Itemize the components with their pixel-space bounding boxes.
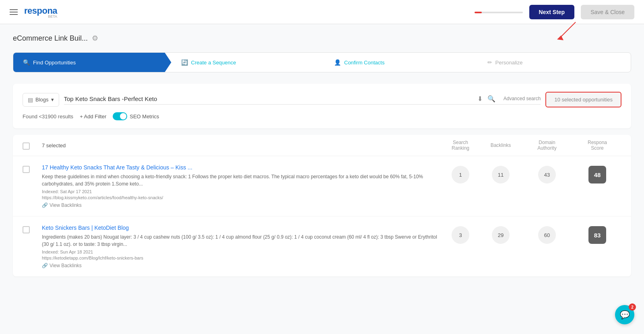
col-respona-score: ResponaScore [573, 140, 621, 151]
step-find-opportunities[interactable]: 🔍 Find Opportunities [13, 53, 171, 72]
chat-icon: 💬 [620, 310, 630, 320]
row1-checkbox[interactable] [23, 166, 30, 173]
header-right: Next Step Save & Close [475, 5, 634, 19]
row2-title[interactable]: Keto Snickers Bars | KetoDiet Blog [42, 225, 440, 231]
search-row: ▤ Blogs ▾ ⬇ 🔍 Advanced search 10 selecte… [23, 92, 621, 107]
row2-backlinks-bubble: 29 [492, 226, 510, 244]
hamburger-menu[interactable] [10, 9, 18, 15]
logo: respona BETA [24, 6, 57, 19]
project-title: eCommerce Link Buil... [13, 34, 88, 43]
seo-metrics-toggle-wrap: SEO Metrics [113, 112, 159, 120]
search-input-wrap: ⬇ 🔍 Advanced search [64, 95, 541, 105]
find-icon: 🔍 [23, 59, 30, 66]
sequence-icon: 🔄 [181, 59, 188, 66]
project-title-row: eCommerce Link Buil... ⚙ [13, 34, 631, 43]
step-personalize[interactable]: ✏ Personalize [478, 53, 631, 72]
row1-view-backlinks[interactable]: 🔗 View Backlinks [42, 202, 440, 208]
contacts-icon: 👤 [334, 59, 341, 66]
row1-score-badge: 48 [588, 166, 606, 183]
personalize-icon: ✏ [487, 59, 492, 66]
results-area: 7 selected SearchRanking Backlinks Domai… [13, 135, 631, 276]
col-backlinks: Backlinks [481, 142, 521, 148]
row1-description: Keep these guidelines in mind when choos… [42, 173, 440, 188]
logo-text: respona [24, 6, 57, 16]
row1-url: https://blog.kissmyketo.com/articles/foo… [42, 195, 440, 200]
col-domain-authority: DomainAuthority [521, 140, 573, 151]
row2-checkbox[interactable] [23, 226, 30, 233]
row1-da-bubble: 43 [538, 166, 556, 183]
row1-indexed: Indexed: Sat Apr 17 2021 [42, 189, 440, 194]
row2-url: https://ketodietapp.com/Blog/lchf/keto-s… [42, 256, 440, 260]
chat-bubble[interactable]: 💬 2 [615, 305, 634, 324]
filter-row: Found <31900 results + Add Filter SEO Me… [23, 112, 621, 120]
row1-title[interactable]: 17 Healthy Keto Snacks That Are Tasty & … [42, 164, 440, 171]
next-step-button[interactable]: Next Step [529, 5, 575, 19]
row2-view-backlinks[interactable]: 🔗 View Backlinks [42, 263, 440, 268]
chevron-down-icon: ▾ [51, 97, 54, 103]
row1-domain-authority: 43 [521, 164, 573, 183]
seo-metrics-toggle[interactable] [113, 112, 127, 120]
row1-backlinks-bubble: 11 [492, 166, 510, 183]
header-checkbox-cell [23, 141, 42, 150]
row2-score-badge: 83 [588, 226, 606, 244]
row1-ranking-bubble: 1 [452, 166, 469, 183]
toggle-thumb [120, 113, 126, 120]
step-confirm-contacts[interactable]: 👤 Confirm Contacts [324, 53, 478, 72]
col-search-ranking: SearchRanking [440, 140, 481, 151]
header: respona BETA Next Step Save & Close [0, 0, 644, 24]
step-find-label: Find Opportunities [33, 60, 76, 66]
select-all-checkbox[interactable] [23, 142, 30, 150]
results-count: Found <31900 results [23, 113, 73, 120]
row2-da-bubble: 60 [538, 226, 556, 244]
selected-count: 7 selected [42, 142, 440, 148]
step-sequence-label: Create a Sequence [191, 60, 236, 66]
row1-backlinks: 11 [481, 164, 521, 183]
row1-checkbox-cell [23, 164, 42, 173]
row2-content: Keto Snickers Bars | KetoDiet Blog Ingre… [42, 225, 440, 268]
row1-content: 17 Healthy Keto Snacks That Are Tasty & … [42, 164, 440, 208]
table-row: Keto Snickers Bars | KetoDiet Blog Ingre… [13, 216, 631, 276]
credits-info [475, 10, 523, 13]
main-content: eCommerce Link Buil... ⚙ 🔍 Find Opportun… [0, 24, 644, 334]
selected-opportunities-button[interactable]: 10 selected opportunities [545, 92, 621, 107]
credits-bar [475, 12, 482, 13]
search-actions: ⬇ 🔍 Advanced search [477, 95, 541, 103]
seo-metrics-label: SEO Metrics [130, 113, 159, 120]
search-input[interactable] [64, 95, 473, 102]
row2-description: Ingredients (makes 20 bars) Nougat layer… [42, 233, 440, 248]
row1-respona-score: 48 [573, 164, 621, 183]
add-filter-button[interactable]: + Add Filter [80, 113, 106, 120]
backlinks-link-icon: 🔗 [42, 202, 48, 208]
step-personalize-label: Personalize [495, 60, 523, 66]
table-header: 7 selected SearchRanking Backlinks Domai… [13, 135, 631, 156]
table-row: 17 Healthy Keto Snacks That Are Tasty & … [13, 156, 631, 216]
credits-bar-container [475, 12, 523, 13]
blog-icon: ▤ [28, 97, 33, 103]
row2-search-ranking: 3 [440, 225, 481, 244]
gear-icon[interactable]: ⚙ [92, 34, 98, 43]
search-type-label: Blogs [35, 97, 49, 103]
search-icon[interactable]: 🔍 [487, 95, 495, 103]
row1-search-ranking: 1 [440, 164, 481, 183]
advanced-search-link[interactable]: Advanced search [504, 96, 541, 101]
steps-bar: 🔍 Find Opportunities 🔄 Create a Sequence… [13, 52, 631, 72]
row2-respona-score: 83 [573, 225, 621, 244]
search-container: ▤ Blogs ▾ ⬇ 🔍 Advanced search 10 selecte… [13, 84, 631, 128]
step-create-sequence[interactable]: 🔄 Create a Sequence [171, 53, 325, 72]
download-icon[interactable]: ⬇ [477, 95, 483, 103]
row2-checkbox-cell [23, 225, 42, 233]
row2-domain-authority: 60 [521, 225, 573, 244]
row2-indexed: Indexed: Sun Apr 18 2021 [42, 249, 440, 254]
backlinks-link-icon-2: 🔗 [42, 263, 48, 268]
row2-ranking-bubble: 3 [452, 226, 469, 244]
save-close-button[interactable]: Save & Close [581, 5, 634, 19]
row2-backlinks: 29 [481, 225, 521, 244]
search-type-selector[interactable]: ▤ Blogs ▾ [23, 93, 59, 107]
header-left: respona BETA [10, 6, 57, 19]
step-contacts-label: Confirm Contacts [344, 60, 384, 66]
chat-badge: 2 [629, 303, 636, 311]
